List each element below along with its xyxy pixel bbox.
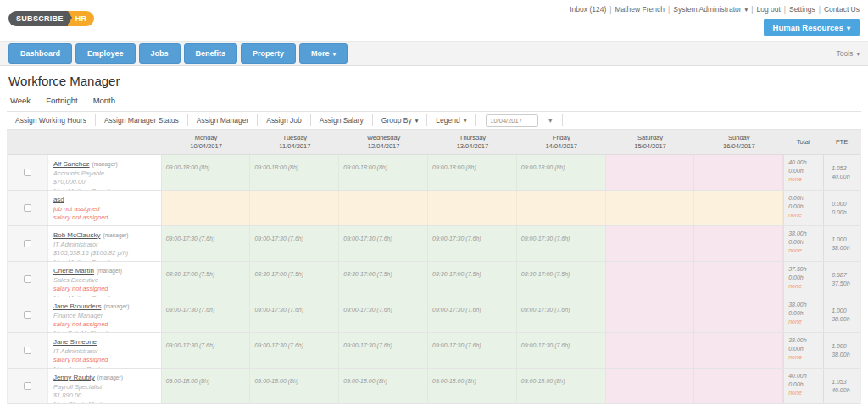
schedule-cell[interactable]: 08:30-17:00 (7.5h) bbox=[517, 262, 606, 297]
schedule-cell[interactable]: 09:00-18:00 (8h) bbox=[162, 155, 251, 190]
link-inbox[interactable]: Inbox (124) bbox=[570, 5, 606, 14]
schedule-cell[interactable] bbox=[694, 191, 783, 225]
schedule-cell[interactable]: 09:00-18:00 (8h) bbox=[428, 155, 517, 190]
schedule-cell[interactable] bbox=[162, 191, 251, 225]
column-header-monday: Monday 10/04/2017 bbox=[162, 130, 251, 154]
nav-tab-benefits[interactable]: Benefits bbox=[184, 43, 238, 64]
assign-salary-button[interactable]: Assign Salary bbox=[311, 116, 372, 125]
schedule-cell[interactable]: 08:30-17:00 (7.5h) bbox=[339, 262, 428, 297]
view-tab-fortnight[interactable]: Fortnight bbox=[46, 96, 78, 105]
row-select-checkbox[interactable] bbox=[24, 275, 31, 283]
schedule-cell[interactable]: 09:00-17:30 (7.6h) bbox=[162, 297, 251, 332]
employee-name-link[interactable]: Jane Brounders bbox=[53, 302, 101, 310]
schedule-cell[interactable]: 08:30-17:00 (7.5h) bbox=[162, 262, 251, 297]
schedule-cell[interactable]: 09:00-18:00 (8h) bbox=[339, 155, 428, 190]
schedule-cell[interactable] bbox=[339, 191, 428, 225]
schedule-cell[interactable]: 08:30-17:00 (7.5h) bbox=[428, 262, 517, 297]
employee-name-link[interactable]: Jenny Raubty bbox=[53, 374, 95, 381]
total-none-label: none bbox=[788, 175, 823, 184]
group-by-dropdown[interactable]: Group By bbox=[373, 116, 427, 125]
schedule-cell[interactable] bbox=[694, 369, 783, 403]
schedule-cell[interactable]: 09:00-17:30 (7.6h) bbox=[339, 333, 428, 368]
subscribe-hr-logo[interactable]: SUBSCRIBE HR bbox=[8, 11, 94, 26]
link-settings[interactable]: Settings bbox=[789, 5, 815, 14]
schedule-cell[interactable] bbox=[606, 333, 695, 368]
employee-name-line: Bob McClausky(manager) bbox=[53, 229, 159, 241]
schedule-cell[interactable]: 09:00-18:00 (8h) bbox=[339, 369, 428, 403]
assign-manager-button[interactable]: Assign Manager bbox=[188, 116, 257, 125]
schedule-cell[interactable]: 09:00-18:00 (8h) bbox=[428, 369, 517, 403]
date-picker-chevron-down-icon[interactable] bbox=[548, 117, 552, 125]
schedule-cell[interactable]: 09:00-18:00 (8h) bbox=[250, 369, 339, 403]
schedule-cell[interactable]: 09:00-17:30 (7.6h) bbox=[162, 226, 251, 261]
fte-cell: 1.00038.00h bbox=[823, 297, 860, 332]
schedule-cell[interactable] bbox=[694, 262, 783, 297]
row-checkbox-cell bbox=[8, 369, 48, 403]
employee-info-cell: Jane SimeoneIT Administratorsalary not a… bbox=[48, 333, 162, 368]
employee-name-link[interactable]: Alf Sanchez bbox=[53, 160, 90, 168]
schedule-cell[interactable] bbox=[606, 297, 695, 332]
schedule-cell[interactable] bbox=[517, 191, 606, 225]
schedule-cell[interactable]: 09:00-17:30 (7.6h) bbox=[428, 297, 517, 332]
schedule-cell[interactable] bbox=[250, 191, 339, 225]
row-select-checkbox[interactable] bbox=[24, 240, 31, 247]
row-select-checkbox[interactable] bbox=[24, 169, 31, 176]
employee-manager: Mgr: None bbox=[53, 223, 159, 226]
fte-cell: 1.05340.00h bbox=[823, 155, 860, 190]
schedule-cell[interactable]: 09:00-17:30 (7.6h) bbox=[339, 297, 428, 332]
schedule-cell[interactable] bbox=[606, 226, 695, 261]
schedule-cell[interactable]: 09:00-17:30 (7.6h) bbox=[250, 297, 339, 332]
schedule-cell[interactable]: 09:00-17:30 (7.6h) bbox=[250, 226, 339, 261]
tools-menu[interactable]: Tools bbox=[837, 49, 860, 58]
view-tab-month[interactable]: Month bbox=[93, 96, 115, 105]
employee-name-link[interactable]: Bob McClausky bbox=[53, 231, 101, 239]
schedule-cell[interactable] bbox=[606, 191, 695, 225]
employee-name-link[interactable]: Cherie Martin bbox=[53, 267, 94, 275]
employee-salary: $70,000.00 bbox=[53, 178, 159, 187]
assign-job-button[interactable]: Assign Job bbox=[258, 116, 310, 125]
row-select-checkbox[interactable] bbox=[24, 311, 31, 319]
nav-tab-dashboard[interactable]: Dashboard bbox=[8, 43, 72, 64]
nav-tab-employee[interactable]: Employee bbox=[75, 43, 136, 64]
schedule-cell[interactable]: 09:00-17:30 (7.6h) bbox=[250, 333, 339, 368]
legend-dropdown[interactable]: Legend bbox=[427, 116, 475, 125]
schedule-cell[interactable]: 09:00-18:00 (8h) bbox=[517, 369, 606, 403]
schedule-cell[interactable] bbox=[694, 333, 783, 368]
schedule-cell[interactable]: 09:00-18:00 (8h) bbox=[517, 155, 606, 190]
schedule-cell[interactable] bbox=[606, 369, 695, 403]
nav-tab-jobs[interactable]: Jobs bbox=[139, 43, 181, 64]
date-input[interactable] bbox=[486, 114, 538, 127]
schedule-cell[interactable]: 09:00-17:30 (7.6h) bbox=[162, 333, 251, 368]
schedule-cell[interactable] bbox=[694, 155, 783, 190]
module-selector-button[interactable]: Human Resources bbox=[764, 19, 860, 36]
employee-name-link[interactable]: asd bbox=[53, 196, 64, 203]
link-logout[interactable]: Log out bbox=[756, 5, 780, 14]
schedule-cell[interactable] bbox=[606, 262, 695, 297]
link-role-dropdown[interactable]: System Administrator bbox=[673, 5, 748, 14]
nav-tab-more[interactable]: More bbox=[299, 43, 348, 64]
view-tab-week[interactable]: Week bbox=[10, 96, 31, 105]
employee-salary: salary not assigned bbox=[53, 356, 159, 365]
row-select-checkbox[interactable] bbox=[24, 382, 31, 390]
schedule-cell[interactable] bbox=[606, 155, 695, 190]
nav-tab-property[interactable]: Property bbox=[241, 43, 296, 64]
schedule-cell[interactable]: 09:00-17:30 (7.6h) bbox=[428, 226, 517, 261]
schedule-cell[interactable] bbox=[428, 191, 517, 225]
row-select-checkbox[interactable] bbox=[24, 347, 31, 354]
employee-name-link[interactable]: Jane Simeone bbox=[53, 338, 97, 346]
schedule-cell[interactable] bbox=[694, 297, 783, 332]
schedule-cell[interactable]: 09:00-18:00 (8h) bbox=[250, 155, 339, 190]
schedule-cell[interactable]: 09:00-17:30 (7.6h) bbox=[517, 297, 606, 332]
schedule-cell[interactable]: 09:00-18:00 (8h) bbox=[162, 369, 251, 403]
assign-working-hours-button[interactable]: Assign Working Hours bbox=[7, 116, 95, 125]
row-select-checkbox[interactable] bbox=[24, 204, 31, 212]
schedule-cell[interactable]: 08:30-17:00 (7.5h) bbox=[250, 262, 339, 297]
schedule-cell[interactable] bbox=[694, 226, 783, 261]
schedule-cell[interactable]: 09:00-17:30 (7.6h) bbox=[428, 333, 517, 368]
assign-manager-status-button[interactable]: Assign Manager Status bbox=[96, 116, 187, 125]
schedule-cell[interactable]: 09:00-17:30 (7.6h) bbox=[517, 226, 606, 261]
schedule-cell[interactable]: 09:00-17:30 (7.6h) bbox=[339, 226, 428, 261]
link-user[interactable]: Mathew French bbox=[615, 5, 665, 14]
link-contact-us[interactable]: Contact Us bbox=[824, 5, 860, 14]
schedule-cell[interactable]: 09:00-17:30 (7.6h) bbox=[517, 333, 606, 368]
